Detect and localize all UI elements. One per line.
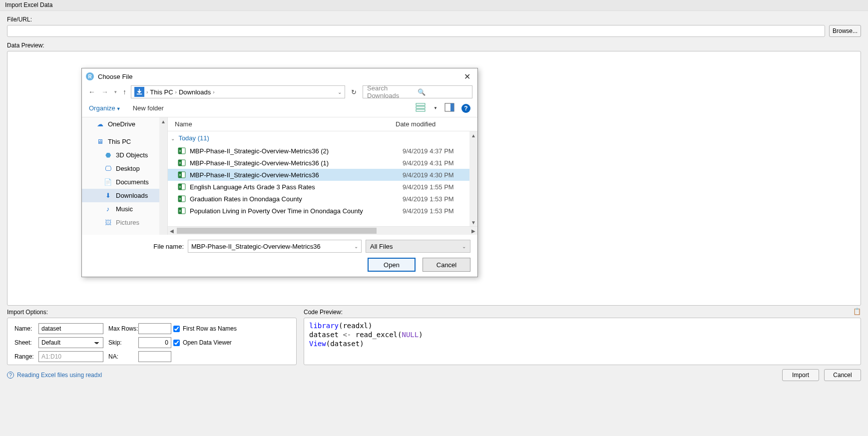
opt-sheet-select[interactable]: Default xyxy=(38,337,103,348)
breadcrumb-item[interactable]: This PC xyxy=(150,88,173,96)
chevron-down-icon[interactable]: ⌄ xyxy=(338,89,342,95)
opt-skip-label: Skip: xyxy=(108,339,138,346)
nav-up-icon[interactable]: ↑ xyxy=(121,88,128,96)
column-header-date[interactable]: Date modified xyxy=(396,120,470,128)
nav-item-onedrive[interactable]: ☁ OneDrive xyxy=(82,117,167,131)
excel-file-icon: X xyxy=(178,195,186,203)
import-options-panel: Name: Max Rows: First Row as Names Sheet… xyxy=(7,318,297,365)
code-preview-label: Code Preview: xyxy=(304,309,861,316)
excel-file-icon: X xyxy=(178,147,186,155)
help-circle-icon: ? xyxy=(7,372,14,379)
open-button[interactable]: Open xyxy=(368,258,416,272)
nav-back-icon[interactable]: ← xyxy=(87,88,97,96)
app-icon: R xyxy=(86,72,94,80)
view-mode-icon[interactable] xyxy=(416,103,426,113)
music-icon: ♪ xyxy=(104,205,112,213)
opt-name-label: Name: xyxy=(14,325,38,332)
excel-file-icon: X xyxy=(178,183,186,191)
file-row[interactable]: XMBP-Phase-II_Strategic-Overview-Metrics… xyxy=(168,169,477,181)
opt-na-input[interactable] xyxy=(138,351,171,362)
window-title: Import Excel Data xyxy=(0,0,868,11)
file-name: English Language Arts Grade 3 Pass Rates xyxy=(190,183,403,191)
opt-sheet-label: Sheet: xyxy=(14,339,38,346)
nav-item-this-pc[interactable]: 🖥 This PC xyxy=(82,135,167,148)
opt-maxrows-label: Max Rows: xyxy=(108,325,138,332)
file-row[interactable]: XMBP-Phase-II_Strategic-Overview-Metrics… xyxy=(168,157,477,169)
help-icon[interactable]: ? xyxy=(461,104,470,113)
file-name: MBP-Phase-II_Strategic-Overview-Metrics3… xyxy=(190,159,403,167)
file-row[interactable]: XGraduation Rates in Onondaga County9/4/… xyxy=(168,193,477,205)
svg-text:X: X xyxy=(179,197,182,201)
excel-file-icon: X xyxy=(178,171,186,179)
nav-recent-icon[interactable]: ▾ xyxy=(113,89,118,94)
refresh-icon[interactable]: ↻ xyxy=(348,88,360,96)
chevron-down-icon[interactable]: ⌄ xyxy=(354,244,358,249)
preview-pane-icon[interactable] xyxy=(444,103,454,113)
organize-menu[interactable]: Organize▼ xyxy=(89,104,121,112)
data-preview-label: Data Preview: xyxy=(7,42,861,49)
group-header-today[interactable]: ⌄ Today (11) xyxy=(168,131,477,145)
nav-item-3d-objects[interactable]: ⬣ 3D Objects xyxy=(82,148,167,162)
dialog-cancel-button[interactable]: Cancel xyxy=(423,258,470,272)
file-name: MBP-Phase-II_Strategic-Overview-Metrics3… xyxy=(190,171,403,179)
opt-skip-input[interactable] xyxy=(138,337,171,348)
download-icon: ⬇ xyxy=(104,192,112,200)
file-row[interactable]: XPopulation Living in Poverty Over Time … xyxy=(168,205,477,217)
help-link[interactable]: ? Reading Excel files using readxl xyxy=(7,372,102,379)
opt-viewer-label: Open Data Viewer xyxy=(183,339,232,346)
data-preview-panel: R Choose File ✕ ← → ▾ ↑ › This PC › Down… xyxy=(7,51,861,306)
nav-item-downloads[interactable]: ⬇ Downloads xyxy=(82,189,167,202)
nav-tree: ☁ OneDrive 🖥 This PC ⬣ 3D Objects 🖵 D xyxy=(82,117,168,235)
file-url-input[interactable] xyxy=(7,25,825,37)
svg-rect-0 xyxy=(137,94,142,95)
new-folder-button[interactable]: New folder xyxy=(133,104,164,112)
import-button[interactable]: Import xyxy=(782,369,819,381)
code-preview-panel[interactable]: library(readxl) dataset <- read_excel(NU… xyxy=(304,318,861,365)
nav-item-music[interactable]: ♪ Music xyxy=(82,202,167,216)
cancel-button[interactable]: Cancel xyxy=(824,369,861,381)
svg-text:X: X xyxy=(179,173,182,177)
excel-file-icon: X xyxy=(178,207,186,215)
file-name-input[interactable]: MBP-Phase-II_Strategic-Overview-Metrics3… xyxy=(188,240,362,253)
svg-text:X: X xyxy=(179,185,182,189)
file-list: ⌄ Today (11) XMBP-Phase-II_Strategic-Ove… xyxy=(168,131,477,226)
chevron-right-icon: › xyxy=(213,89,214,95)
breadcrumb-item[interactable]: Downloads xyxy=(179,88,211,96)
opt-name-input[interactable] xyxy=(38,323,103,334)
opt-viewer-checkbox[interactable] xyxy=(173,340,180,346)
search-input[interactable]: Search Downloads 🔍 xyxy=(363,85,472,98)
close-icon[interactable]: ✕ xyxy=(461,72,473,81)
pc-icon: 🖥 xyxy=(96,138,104,146)
horizontal-scrollbar[interactable]: ◀ ▶ xyxy=(168,226,477,235)
view-dropdown-icon[interactable]: ▼ xyxy=(434,106,437,110)
chevron-down-icon: ⌄ xyxy=(462,244,466,249)
svg-rect-1 xyxy=(416,103,425,105)
list-scrollbar[interactable]: ▲ ▼ xyxy=(469,131,477,226)
file-type-select[interactable]: All Files ⌄ xyxy=(366,240,470,253)
browse-button[interactable]: Browse... xyxy=(829,25,861,37)
nav-item-desktop[interactable]: 🖵 Desktop xyxy=(82,162,167,175)
picture-icon: 🖼 xyxy=(104,219,112,227)
file-chooser-dialog: R Choose File ✕ ← → ▾ ↑ › This PC › Down… xyxy=(81,68,478,277)
document-icon: 📄 xyxy=(104,178,112,186)
desktop-icon: 🖵 xyxy=(104,165,112,173)
nav-forward-icon[interactable]: → xyxy=(100,88,110,96)
column-header-name[interactable]: Name xyxy=(175,120,396,128)
nav-scrollbar[interactable]: ▲ xyxy=(159,117,167,235)
file-url-label: File/URL: xyxy=(7,16,861,23)
opt-firstrow-checkbox[interactable] xyxy=(173,326,180,332)
address-bar[interactable]: › This PC › Downloads › ⌄ xyxy=(131,85,345,98)
nav-item-documents[interactable]: 📄 Documents xyxy=(82,175,167,189)
file-date: 9/4/2019 4:31 PM xyxy=(403,159,477,167)
nav-item-pictures[interactable]: 🖼 Pictures xyxy=(82,216,167,229)
excel-file-icon: X xyxy=(178,159,186,167)
opt-range-input[interactable] xyxy=(38,351,103,362)
svg-rect-3 xyxy=(416,109,425,111)
file-row[interactable]: XEnglish Language Arts Grade 3 Pass Rate… xyxy=(168,181,477,193)
file-row[interactable]: XMBP-Phase-II_Strategic-Overview-Metrics… xyxy=(168,145,477,157)
file-name-label: File name: xyxy=(89,243,184,250)
file-name: Graduation Rates in Onondaga County xyxy=(190,195,403,203)
opt-maxrows-input[interactable] xyxy=(138,323,171,334)
copy-icon[interactable]: 📋 xyxy=(853,308,861,315)
file-date: 9/4/2019 4:37 PM xyxy=(403,147,477,155)
